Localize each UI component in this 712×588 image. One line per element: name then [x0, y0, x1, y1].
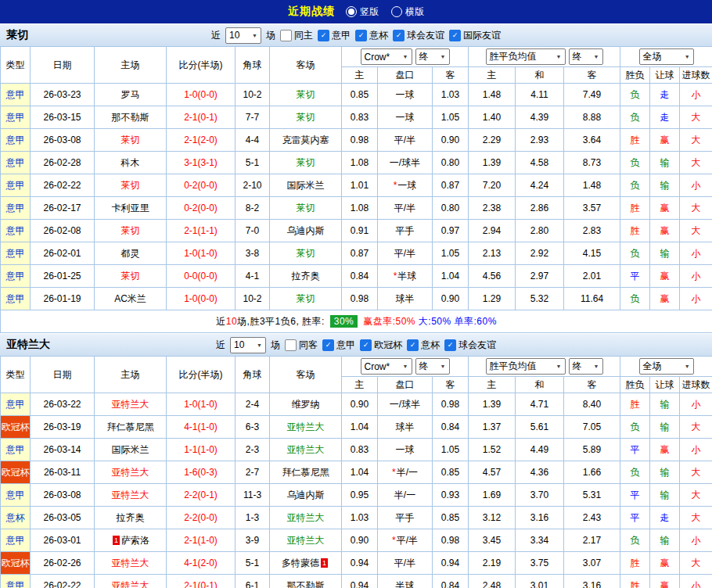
- filter-checkbox[interactable]: 同主: [280, 29, 313, 42]
- asia-away-odds: 1.04: [433, 265, 469, 288]
- layout-radio-option[interactable]: 横版: [391, 5, 424, 19]
- league-badge: 意甲: [1, 393, 31, 416]
- home-team-cell: 亚特兰大: [95, 575, 167, 588]
- match-date: 26-03-22: [31, 393, 95, 416]
- home-team-name: 亚特兰大: [112, 489, 149, 500]
- europe-odds-group-header: 胜平负均值▼终▼: [469, 357, 620, 377]
- filter-checkbox[interactable]: 同客: [285, 339, 318, 352]
- match-count-select[interactable]: 10▼: [230, 337, 266, 353]
- checkbox-checked-icon[interactable]: ✓: [360, 339, 372, 351]
- match-result: 负: [620, 106, 650, 129]
- checkbox-checked-icon[interactable]: ✓: [444, 339, 456, 351]
- sub-col-header: 客: [433, 377, 469, 393]
- europe-away-odds: 2.43: [564, 507, 620, 529]
- handicap-cell: 平手: [378, 507, 433, 529]
- europe-away-odds: 8.88: [564, 106, 620, 129]
- match-date: 26-03-14: [31, 439, 95, 461]
- chevron-down-icon: ▼: [257, 342, 262, 348]
- home-team-name: 拉齐奥: [117, 512, 145, 523]
- home-team-cell: 科木: [95, 152, 167, 174]
- corners-cell: 2-7: [236, 461, 270, 484]
- asia-away-odds: 0.80: [433, 152, 469, 174]
- away-team-cell: 拜仁慕尼黑: [270, 461, 342, 484]
- europe-home-odds: 1.69: [469, 484, 516, 507]
- goals-result: 小: [680, 84, 712, 106]
- home-team-name: 莱切: [121, 180, 140, 191]
- europe-draw-odds: 4.39: [516, 106, 564, 129]
- match-scope-select[interactable]: 全场▼: [639, 48, 694, 65]
- checkbox-checked-icon[interactable]: ✓: [322, 339, 334, 351]
- filter-checkbox[interactable]: ✓意杯: [407, 339, 440, 352]
- radio-label: 竖版: [360, 5, 379, 19]
- checkbox-checked-icon[interactable]: ✓: [318, 30, 329, 41]
- filter-checkbox[interactable]: ✓国际友谊: [449, 29, 501, 42]
- europe-home-odds: 1.39: [469, 152, 516, 174]
- team-name: 亚特兰大: [6, 338, 50, 352]
- asia-home-odds: 1.04: [342, 461, 378, 484]
- red-card-badge: 1: [113, 536, 120, 545]
- result-group-header: 全场▼: [620, 47, 712, 67]
- asia-away-odds: 1.05: [433, 439, 469, 461]
- handicap-name: 半球: [397, 271, 416, 281]
- europe-odds-select[interactable]: 胜平负均值▼: [486, 48, 566, 65]
- away-team-cell: 亚特兰大: [270, 439, 342, 461]
- match-scope-select[interactable]: 全场▼: [639, 358, 694, 375]
- checkbox-unchecked-icon[interactable]: [285, 339, 297, 351]
- europe-home-odds: 2.38: [469, 197, 516, 220]
- checkbox-checked-icon[interactable]: ✓: [355, 30, 367, 41]
- filter-checkbox[interactable]: ✓欧冠杯: [360, 339, 402, 352]
- europe-home-odds: 1.40: [469, 106, 516, 129]
- europe-home-odds: 4.57: [469, 461, 516, 484]
- asia-away-odds: 0.84: [433, 575, 469, 588]
- away-team-name: 莱切: [297, 293, 315, 304]
- filter-checkbox[interactable]: ✓球会友谊: [444, 339, 496, 352]
- europe-time-select[interactable]: 终▼: [569, 358, 603, 375]
- filter-checkbox[interactable]: ✓意杯: [355, 29, 388, 42]
- checkbox-label: 球会友谊: [407, 29, 444, 42]
- europe-home-odds: 1.48: [469, 84, 516, 106]
- league-badge: 意甲: [1, 265, 31, 288]
- europe-odds-select[interactable]: 胜平负均值▼: [486, 358, 566, 375]
- filter-checkbox[interactable]: ✓意甲: [318, 29, 351, 42]
- checkbox-checked-icon[interactable]: ✓: [407, 339, 419, 351]
- odds-company-select[interactable]: Crow*▼: [361, 48, 412, 65]
- col-header: 主场: [95, 47, 167, 84]
- europe-away-odds: 5.31: [564, 484, 620, 507]
- handicap-result: 赢: [650, 129, 680, 152]
- europe-draw-odds: 5.61: [516, 416, 564, 439]
- asia-home-odds: 0.94: [342, 575, 378, 588]
- odds-time-select[interactable]: 终▼: [415, 358, 450, 375]
- europe-time-select[interactable]: 终▼: [569, 48, 603, 65]
- league-badge: 意甲: [1, 439, 31, 461]
- odds-company-select[interactable]: Crow*▼: [361, 358, 412, 375]
- league-badge: 欧冠杯: [1, 416, 31, 439]
- red-card-badge: 1: [321, 558, 328, 568]
- checkbox-checked-icon[interactable]: ✓: [449, 30, 461, 41]
- match-count-select[interactable]: 10▼: [225, 27, 261, 44]
- filter-checkbox[interactable]: ✓球会友谊: [393, 29, 444, 42]
- match-row: 意甲26-01-25莱切0-0(0-0)4-1拉齐奥0.84*半球1.044.5…: [1, 265, 712, 288]
- away-team-name: 莱切: [297, 89, 315, 100]
- layout-radio-selected[interactable]: 竖版: [346, 5, 379, 19]
- match-date: 26-03-05: [31, 507, 95, 529]
- goals-result: 大: [680, 507, 712, 529]
- sub-col-header: 盘口: [378, 67, 433, 84]
- score-cell: 1-6(0-3): [167, 461, 236, 484]
- checkbox-label: 国际友谊: [463, 29, 501, 42]
- checkbox-unchecked-icon[interactable]: [280, 30, 292, 41]
- odds-time-select[interactable]: 终▼: [415, 48, 450, 65]
- handicap-name: 平/半: [394, 248, 415, 259]
- europe-away-odds: 2.17: [564, 529, 620, 552]
- score-cell: 2-1(1-1): [167, 220, 236, 242]
- corners-cell: 4-1: [236, 265, 270, 288]
- home-team-name: 萨索洛: [121, 535, 149, 546]
- filter-checkbox[interactable]: ✓意甲: [322, 339, 355, 352]
- goals-result: 大: [680, 220, 712, 242]
- europe-draw-odds: 3.01: [516, 575, 564, 588]
- goals-result: 小: [680, 265, 712, 288]
- league-badge: 意甲: [1, 575, 31, 588]
- match-date: 26-03-08: [31, 129, 95, 152]
- checkbox-checked-icon[interactable]: ✓: [393, 30, 405, 41]
- handicap-result: 赢: [650, 265, 680, 288]
- summary-record: 场,胜3平1负6, 胜率:: [237, 316, 328, 327]
